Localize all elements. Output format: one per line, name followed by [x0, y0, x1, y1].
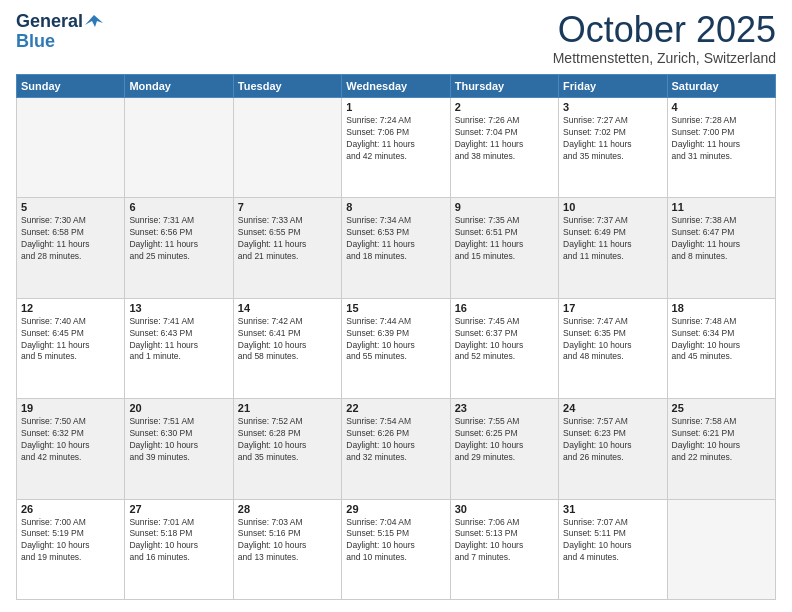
- day-number: 26: [21, 503, 120, 515]
- table-row: 20Sunrise: 7:51 AM Sunset: 6:30 PM Dayli…: [125, 399, 233, 499]
- day-number: 8: [346, 201, 445, 213]
- day-info: Sunrise: 7:07 AM Sunset: 5:11 PM Dayligh…: [563, 517, 662, 565]
- day-info: Sunrise: 7:33 AM Sunset: 6:55 PM Dayligh…: [238, 215, 337, 263]
- day-number: 30: [455, 503, 554, 515]
- day-info: Sunrise: 7:57 AM Sunset: 6:23 PM Dayligh…: [563, 416, 662, 464]
- table-row: 4Sunrise: 7:28 AM Sunset: 7:00 PM Daylig…: [667, 98, 775, 198]
- table-row: 23Sunrise: 7:55 AM Sunset: 6:25 PM Dayli…: [450, 399, 558, 499]
- day-number: 25: [672, 402, 771, 414]
- day-info: Sunrise: 7:48 AM Sunset: 6:34 PM Dayligh…: [672, 316, 771, 364]
- table-row: 6Sunrise: 7:31 AM Sunset: 6:56 PM Daylig…: [125, 198, 233, 298]
- day-info: Sunrise: 7:31 AM Sunset: 6:56 PM Dayligh…: [129, 215, 228, 263]
- day-number: 19: [21, 402, 120, 414]
- day-number: 14: [238, 302, 337, 314]
- table-row: 24Sunrise: 7:57 AM Sunset: 6:23 PM Dayli…: [559, 399, 667, 499]
- table-row: 1Sunrise: 7:24 AM Sunset: 7:06 PM Daylig…: [342, 98, 450, 198]
- table-row: [17, 98, 125, 198]
- location: Mettmenstetten, Zurich, Switzerland: [553, 50, 776, 66]
- calendar-row: 1Sunrise: 7:24 AM Sunset: 7:06 PM Daylig…: [17, 98, 776, 198]
- table-row: 10Sunrise: 7:37 AM Sunset: 6:49 PM Dayli…: [559, 198, 667, 298]
- col-saturday: Saturday: [667, 75, 775, 98]
- day-info: Sunrise: 7:52 AM Sunset: 6:28 PM Dayligh…: [238, 416, 337, 464]
- day-info: Sunrise: 7:26 AM Sunset: 7:04 PM Dayligh…: [455, 115, 554, 163]
- day-number: 20: [129, 402, 228, 414]
- day-info: Sunrise: 7:40 AM Sunset: 6:45 PM Dayligh…: [21, 316, 120, 364]
- day-number: 31: [563, 503, 662, 515]
- day-number: 1: [346, 101, 445, 113]
- day-number: 9: [455, 201, 554, 213]
- day-info: Sunrise: 7:01 AM Sunset: 5:18 PM Dayligh…: [129, 517, 228, 565]
- table-row: 12Sunrise: 7:40 AM Sunset: 6:45 PM Dayli…: [17, 298, 125, 398]
- col-sunday: Sunday: [17, 75, 125, 98]
- table-row: 17Sunrise: 7:47 AM Sunset: 6:35 PM Dayli…: [559, 298, 667, 398]
- day-number: 3: [563, 101, 662, 113]
- calendar-row: 5Sunrise: 7:30 AM Sunset: 6:58 PM Daylig…: [17, 198, 776, 298]
- day-number: 11: [672, 201, 771, 213]
- day-info: Sunrise: 7:41 AM Sunset: 6:43 PM Dayligh…: [129, 316, 228, 364]
- svg-marker-0: [85, 15, 103, 27]
- day-info: Sunrise: 7:51 AM Sunset: 6:30 PM Dayligh…: [129, 416, 228, 464]
- table-row: 26Sunrise: 7:00 AM Sunset: 5:19 PM Dayli…: [17, 499, 125, 599]
- day-number: 5: [21, 201, 120, 213]
- logo: General Blue: [16, 12, 103, 52]
- table-row: 21Sunrise: 7:52 AM Sunset: 6:28 PM Dayli…: [233, 399, 341, 499]
- col-friday: Friday: [559, 75, 667, 98]
- day-info: Sunrise: 7:00 AM Sunset: 5:19 PM Dayligh…: [21, 517, 120, 565]
- day-number: 28: [238, 503, 337, 515]
- table-row: [125, 98, 233, 198]
- day-info: Sunrise: 7:47 AM Sunset: 6:35 PM Dayligh…: [563, 316, 662, 364]
- day-info: Sunrise: 7:50 AM Sunset: 6:32 PM Dayligh…: [21, 416, 120, 464]
- day-info: Sunrise: 7:28 AM Sunset: 7:00 PM Dayligh…: [672, 115, 771, 163]
- calendar-row: 12Sunrise: 7:40 AM Sunset: 6:45 PM Dayli…: [17, 298, 776, 398]
- day-info: Sunrise: 7:24 AM Sunset: 7:06 PM Dayligh…: [346, 115, 445, 163]
- day-info: Sunrise: 7:38 AM Sunset: 6:47 PM Dayligh…: [672, 215, 771, 263]
- day-number: 18: [672, 302, 771, 314]
- table-row: 11Sunrise: 7:38 AM Sunset: 6:47 PM Dayli…: [667, 198, 775, 298]
- table-row: [667, 499, 775, 599]
- month-title: October 2025: [553, 12, 776, 48]
- table-row: 27Sunrise: 7:01 AM Sunset: 5:18 PM Dayli…: [125, 499, 233, 599]
- day-info: Sunrise: 7:54 AM Sunset: 6:26 PM Dayligh…: [346, 416, 445, 464]
- title-block: October 2025 Mettmenstetten, Zurich, Swi…: [553, 12, 776, 66]
- table-row: 19Sunrise: 7:50 AM Sunset: 6:32 PM Dayli…: [17, 399, 125, 499]
- table-row: 29Sunrise: 7:04 AM Sunset: 5:15 PM Dayli…: [342, 499, 450, 599]
- calendar: Sunday Monday Tuesday Wednesday Thursday…: [16, 74, 776, 600]
- day-info: Sunrise: 7:04 AM Sunset: 5:15 PM Dayligh…: [346, 517, 445, 565]
- table-row: 5Sunrise: 7:30 AM Sunset: 6:58 PM Daylig…: [17, 198, 125, 298]
- header: General Blue October 2025 Mettmenstetten…: [16, 12, 776, 66]
- day-number: 10: [563, 201, 662, 213]
- day-info: Sunrise: 7:44 AM Sunset: 6:39 PM Dayligh…: [346, 316, 445, 364]
- table-row: 18Sunrise: 7:48 AM Sunset: 6:34 PM Dayli…: [667, 298, 775, 398]
- day-info: Sunrise: 7:27 AM Sunset: 7:02 PM Dayligh…: [563, 115, 662, 163]
- day-number: 13: [129, 302, 228, 314]
- day-info: Sunrise: 7:30 AM Sunset: 6:58 PM Dayligh…: [21, 215, 120, 263]
- day-info: Sunrise: 7:55 AM Sunset: 6:25 PM Dayligh…: [455, 416, 554, 464]
- col-tuesday: Tuesday: [233, 75, 341, 98]
- col-monday: Monday: [125, 75, 233, 98]
- day-number: 24: [563, 402, 662, 414]
- table-row: [233, 98, 341, 198]
- day-number: 6: [129, 201, 228, 213]
- day-info: Sunrise: 7:42 AM Sunset: 6:41 PM Dayligh…: [238, 316, 337, 364]
- table-row: 22Sunrise: 7:54 AM Sunset: 6:26 PM Dayli…: [342, 399, 450, 499]
- col-wednesday: Wednesday: [342, 75, 450, 98]
- day-number: 16: [455, 302, 554, 314]
- table-row: 28Sunrise: 7:03 AM Sunset: 5:16 PM Dayli…: [233, 499, 341, 599]
- table-row: 25Sunrise: 7:58 AM Sunset: 6:21 PM Dayli…: [667, 399, 775, 499]
- day-number: 29: [346, 503, 445, 515]
- table-row: 2Sunrise: 7:26 AM Sunset: 7:04 PM Daylig…: [450, 98, 558, 198]
- logo-bird-icon: [85, 13, 103, 31]
- calendar-row: 19Sunrise: 7:50 AM Sunset: 6:32 PM Dayli…: [17, 399, 776, 499]
- day-info: Sunrise: 7:37 AM Sunset: 6:49 PM Dayligh…: [563, 215, 662, 263]
- table-row: 16Sunrise: 7:45 AM Sunset: 6:37 PM Dayli…: [450, 298, 558, 398]
- table-row: 31Sunrise: 7:07 AM Sunset: 5:11 PM Dayli…: [559, 499, 667, 599]
- day-info: Sunrise: 7:58 AM Sunset: 6:21 PM Dayligh…: [672, 416, 771, 464]
- page: General Blue October 2025 Mettmenstetten…: [0, 0, 792, 612]
- calendar-header-row: Sunday Monday Tuesday Wednesday Thursday…: [17, 75, 776, 98]
- logo-general: General: [16, 12, 83, 32]
- day-number: 2: [455, 101, 554, 113]
- col-thursday: Thursday: [450, 75, 558, 98]
- table-row: 9Sunrise: 7:35 AM Sunset: 6:51 PM Daylig…: [450, 198, 558, 298]
- day-number: 23: [455, 402, 554, 414]
- table-row: 7Sunrise: 7:33 AM Sunset: 6:55 PM Daylig…: [233, 198, 341, 298]
